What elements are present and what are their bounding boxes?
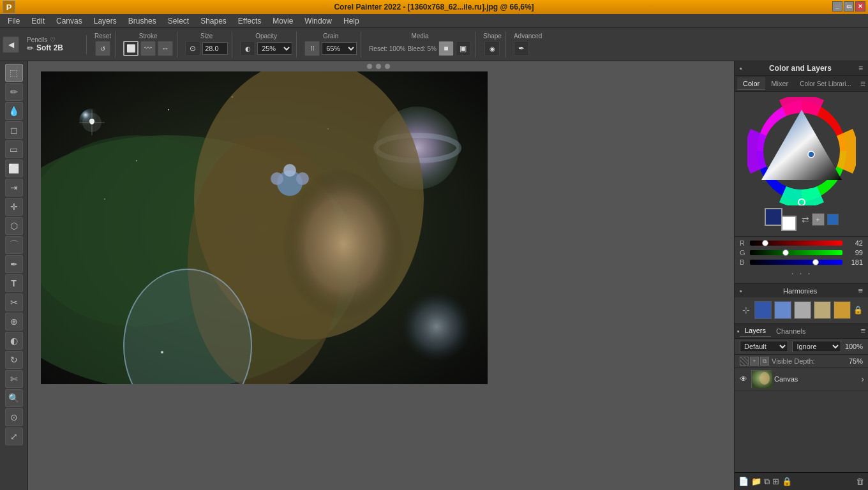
stroke-btn2[interactable]: 〰 bbox=[140, 41, 156, 56]
menu-brushes[interactable]: Brushes bbox=[123, 15, 161, 27]
foreground-swatch[interactable] bbox=[765, 208, 782, 226]
fullscreen-tool[interactable]: ⤢ bbox=[5, 427, 23, 445]
scissors-tool[interactable]: ✂ bbox=[5, 293, 23, 311]
harmony-lock-icon[interactable]: 🔒 bbox=[853, 306, 863, 315]
layers-bottom-add-icon[interactable]: 📄 bbox=[738, 477, 749, 486]
advanced-section: Advanced ✒ bbox=[510, 31, 865, 57]
visible-depth-label: Visible Depth: bbox=[772, 357, 815, 365]
stroke-btn1[interactable]: ⬜ bbox=[123, 41, 138, 56]
harmony-swatch-3[interactable] bbox=[794, 301, 811, 319]
heart-icon[interactable]: ♡ bbox=[50, 36, 56, 43]
tab-color[interactable]: Color bbox=[737, 77, 765, 90]
shape-icon[interactable]: ◉ bbox=[484, 41, 500, 56]
b-slider[interactable] bbox=[750, 260, 842, 265]
close-button[interactable]: ✕ bbox=[855, 1, 865, 11]
harmonies-title: Harmonies bbox=[783, 287, 817, 295]
color-tabs: Color Mixer Color Set Librari... ≡ bbox=[735, 76, 868, 92]
harmony-tool-icon[interactable]: ⊹ bbox=[740, 304, 752, 316]
restore-button[interactable]: ▭ bbox=[844, 1, 854, 11]
text-tool[interactable]: T bbox=[5, 274, 23, 292]
panel-menu-icon[interactable]: ≡ bbox=[858, 64, 863, 73]
swap-colors-icon[interactable]: ⇄ bbox=[802, 214, 809, 225]
tab-color-set[interactable]: Color Set Librari... bbox=[794, 78, 857, 90]
media-btn1[interactable]: ■ bbox=[438, 41, 454, 56]
blend-tool[interactable]: ⊕ bbox=[5, 313, 23, 330]
transform-tool[interactable]: ✛ bbox=[5, 198, 23, 216]
menu-edit[interactable]: Edit bbox=[26, 15, 50, 27]
tab-mixer[interactable]: Mixer bbox=[765, 77, 794, 90]
background-swatch[interactable] bbox=[781, 216, 797, 231]
layers-bottom-group-icon[interactable]: 📁 bbox=[751, 477, 761, 486]
harmonies-menu-icon[interactable]: ≡ bbox=[858, 286, 863, 295]
selection-tool[interactable]: ⬡ bbox=[5, 217, 23, 235]
hand-tool[interactable]: ⊙ bbox=[5, 408, 23, 426]
layer-checkered-icon bbox=[740, 357, 749, 366]
nav-back-button[interactable]: ◀ bbox=[3, 36, 19, 53]
shape-label: Shape bbox=[483, 33, 502, 40]
menu-file[interactable]: File bbox=[3, 15, 25, 27]
panel-collapse-icon[interactable]: ▪ bbox=[740, 64, 742, 72]
menu-shapes[interactable]: Shapes bbox=[195, 15, 232, 27]
layers-bottom-delete-icon[interactable]: 🗑 bbox=[856, 477, 864, 486]
harmony-swatch-1[interactable] bbox=[754, 301, 772, 319]
color-tabs-menu-icon[interactable]: ≡ bbox=[860, 78, 865, 89]
stroke-btn3[interactable]: ↔ bbox=[158, 41, 173, 56]
rotate-tool[interactable]: ↻ bbox=[5, 351, 23, 369]
tab-channels[interactable]: Channels bbox=[771, 325, 811, 337]
harmony-swatch-4[interactable] bbox=[814, 301, 831, 319]
rect-tool[interactable]: ▭ bbox=[5, 140, 23, 158]
blue-indicator[interactable] bbox=[827, 214, 839, 225]
window-controls[interactable]: _ ▭ ✕ bbox=[832, 1, 865, 11]
canvas-area[interactable] bbox=[28, 61, 734, 490]
media-btn2[interactable]: ▣ bbox=[456, 41, 471, 56]
layer-add-icon[interactable]: + bbox=[750, 357, 759, 366]
eraser-tool[interactable]: ⬜ bbox=[5, 160, 23, 177]
canvas-painting[interactable] bbox=[41, 71, 488, 384]
r-slider[interactable] bbox=[750, 241, 842, 246]
layer-visibility-icon[interactable]: 👁 bbox=[738, 374, 749, 384]
blend-mode-select[interactable]: Default bbox=[740, 341, 788, 352]
advanced-pen-icon[interactable]: ✒ bbox=[514, 41, 529, 56]
menu-select[interactable]: Select bbox=[163, 15, 194, 27]
dropper-tool[interactable]: 💧 bbox=[5, 102, 23, 120]
crop-tool[interactable]: ✄ bbox=[5, 370, 23, 388]
shape-tool[interactable]: ◻ bbox=[5, 121, 23, 139]
harmony-swatch-2[interactable] bbox=[774, 301, 791, 319]
opacity-select[interactable]: 25%50%75%100% bbox=[257, 42, 292, 55]
harmonies-collapse-icon[interactable]: ▪ bbox=[740, 287, 742, 295]
layers-bottom-merge-icon[interactable]: ⊞ bbox=[772, 477, 779, 486]
layer-expand-icon[interactable]: › bbox=[861, 374, 864, 384]
harmony-swatch-5[interactable] bbox=[834, 301, 851, 319]
layers-bottom-copy-icon[interactable]: ⧉ bbox=[764, 477, 770, 487]
dodge-tool[interactable]: ◐ bbox=[5, 332, 23, 350]
composite-select[interactable]: Ignore bbox=[792, 341, 841, 352]
lasso-tool[interactable]: ⌒ bbox=[5, 236, 23, 254]
layers-menu-icon[interactable]: ≡ bbox=[860, 326, 865, 336]
smear-tool[interactable]: ⇥ bbox=[5, 179, 23, 197]
menu-canvas[interactable]: Canvas bbox=[51, 15, 87, 27]
main-area: ⬚ ✏ 💧 ◻ ▭ ⬜ ⇥ ✛ ⬡ ⌒ ✒ T ✂ ⊕ ◐ ↻ ✄ 🔍 ⊙ ⤢ bbox=[0, 61, 868, 490]
zoom-tool[interactable]: 🔍 bbox=[5, 389, 23, 407]
menu-layers[interactable]: Layers bbox=[89, 15, 122, 27]
select-tool[interactable]: ⬚ bbox=[5, 64, 23, 82]
size-input[interactable] bbox=[202, 42, 228, 55]
canvas-dot-3 bbox=[385, 64, 390, 69]
color-wheel-container[interactable] bbox=[747, 97, 856, 205]
tab-layers[interactable]: Layers bbox=[740, 325, 771, 337]
minimize-button[interactable]: _ bbox=[832, 1, 842, 11]
layers-bottom-lock-icon[interactable]: 🔒 bbox=[782, 477, 792, 486]
menu-movie[interactable]: Movie bbox=[267, 15, 298, 27]
menu-effects[interactable]: Effects bbox=[233, 15, 266, 27]
g-slider[interactable] bbox=[750, 250, 842, 255]
pen-tool[interactable]: ✒ bbox=[5, 255, 23, 273]
color-add-icon[interactable]: + bbox=[812, 213, 825, 226]
g-value: 99 bbox=[845, 249, 863, 256]
app-logo: P bbox=[3, 1, 15, 13]
layer-canvas[interactable]: 👁 Canvas › bbox=[735, 368, 868, 390]
grain-select[interactable]: 65%50%75%100% bbox=[322, 42, 357, 55]
menu-help[interactable]: Help bbox=[338, 15, 364, 27]
menu-window[interactable]: Window bbox=[299, 15, 337, 27]
reset-button[interactable]: ↺ bbox=[95, 41, 110, 56]
layer-copy-icon[interactable]: ⧉ bbox=[760, 357, 769, 366]
paint-tool[interactable]: ✏ bbox=[5, 83, 23, 101]
